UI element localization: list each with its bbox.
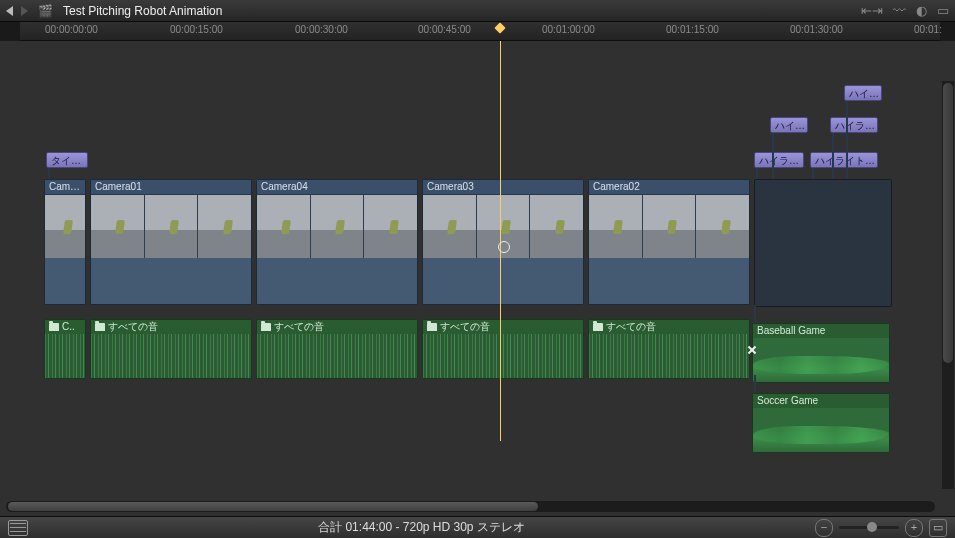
- clip-thumbnail: [530, 195, 583, 258]
- snapping-icon[interactable]: ⇤⇥: [861, 3, 883, 18]
- waveform: [91, 334, 251, 378]
- project-summary: 合計 01:44:00 - 720p HD 30p ステレオ: [38, 519, 805, 536]
- project-title: Test Pitching Robot Animation: [63, 4, 222, 18]
- toolbar-right: ⇤⇥ 〰 ◐ ▭: [861, 3, 949, 18]
- clip-footer: [91, 258, 251, 304]
- audio-clip-title: すべての音: [440, 320, 490, 334]
- clip-thumbnail: [643, 195, 697, 258]
- transition-icon[interactable]: [747, 345, 757, 355]
- clip-title: Cam…: [45, 180, 85, 195]
- video-clip[interactable]: Camera02: [588, 179, 750, 305]
- connection-line: [772, 133, 774, 179]
- audio-clip-title: すべての音: [606, 320, 656, 334]
- audio-clip-title: すべての音: [274, 320, 324, 334]
- playhead-indicator-icon: [498, 241, 510, 253]
- clapperboard-icon: 🎬: [38, 4, 53, 18]
- zoom-slider[interactable]: [839, 526, 899, 529]
- folder-icon: [427, 323, 437, 331]
- solo-icon[interactable]: ◐: [916, 3, 927, 18]
- clip-footer: [45, 258, 85, 304]
- clip-title: Camera01: [91, 180, 251, 195]
- vertical-scrollbar[interactable]: [942, 81, 954, 489]
- keyword-marker[interactable]: ハイ…: [844, 85, 882, 101]
- clip-footer: [423, 258, 583, 304]
- zoom-controls: − + ▭: [815, 519, 947, 537]
- connection-line: [846, 101, 848, 179]
- clip-footer: [589, 258, 749, 304]
- connection-line: [754, 375, 756, 393]
- ruler-tick: 00:01:15:00: [666, 24, 719, 35]
- clip-thumbnail: [145, 195, 199, 258]
- connected-audio-clip[interactable]: Baseball Game: [752, 323, 890, 383]
- clip-thumbnail: [589, 195, 643, 258]
- keyword-marker[interactable]: ハイライト…: [810, 152, 878, 168]
- zoom-in-button[interactable]: +: [905, 519, 923, 537]
- video-clip[interactable]: Camera01: [90, 179, 252, 305]
- keyword-marker[interactable]: ハイ…: [770, 117, 808, 133]
- ruler-tick: 00:00:45:00: [418, 24, 471, 35]
- audio-clip[interactable]: すべての音: [90, 319, 252, 379]
- audio-clip[interactable]: すべての音: [588, 319, 750, 379]
- history-nav: [6, 6, 28, 16]
- clip-thumbnail: [311, 195, 365, 258]
- connected-clip-placeholder[interactable]: [754, 179, 892, 307]
- timeline-viewport: タイ…ハイラ…ハイライト…ハイ…ハイラ…ハイ… Cam…Camera01Came…: [0, 41, 955, 519]
- clip-thumbnail: [364, 195, 417, 258]
- clip-thumbnail: [198, 195, 251, 258]
- connected-audio-clip[interactable]: Soccer Game: [752, 393, 890, 453]
- clip-thumbnail: [423, 195, 477, 258]
- audio-clip[interactable]: すべての音: [256, 319, 418, 379]
- connection-line: [832, 133, 834, 179]
- folder-icon: [593, 323, 603, 331]
- audio-skimming-icon[interactable]: 〰: [893, 3, 906, 18]
- horizontal-scroll-thumb[interactable]: [8, 502, 538, 511]
- ruler-tick: 00:00:30:00: [295, 24, 348, 35]
- keyword-marker[interactable]: タイ…: [46, 152, 88, 168]
- horizontal-scrollbar[interactable]: [6, 501, 935, 512]
- connection-line: [754, 305, 756, 323]
- forward-button[interactable]: [21, 6, 28, 16]
- clip-thumbnail: [91, 195, 145, 258]
- time-ruler[interactable]: 00:00:00:0000:00:15:0000:00:30:0000:00:4…: [20, 22, 940, 41]
- waveform: [589, 334, 749, 378]
- connection-line: [756, 168, 758, 179]
- ruler-tick: 00:01:: [914, 24, 942, 35]
- clip-thumbnail: [696, 195, 749, 258]
- zoom-slider-knob[interactable]: [867, 522, 877, 532]
- audio-clip[interactable]: すべての音: [422, 319, 584, 379]
- vertical-scroll-thumb[interactable]: [943, 83, 953, 363]
- video-clip[interactable]: Cam…: [44, 179, 86, 305]
- audio-clip-header: すべての音: [257, 320, 417, 335]
- audio-lane: C..すべての音すべての音すべての音すべての音: [44, 319, 754, 379]
- video-clip[interactable]: Camera04: [256, 179, 418, 305]
- timeline[interactable]: タイ…ハイラ…ハイライト…ハイ…ハイラ…ハイ… Cam…Camera01Came…: [20, 41, 940, 501]
- audio-clip-header: すべての音: [589, 320, 749, 335]
- zoom-out-button[interactable]: −: [815, 519, 833, 537]
- audio-clip-title: すべての音: [108, 320, 158, 334]
- playhead[interactable]: [494, 22, 506, 34]
- primary-storyline: Cam…Camera01Camera04Camera03Camera02: [44, 179, 754, 305]
- title-bar: 🎬 Test Pitching Robot Animation ⇤⇥ 〰 ◐ ▭: [0, 0, 955, 22]
- connection-line: [812, 168, 814, 179]
- folder-icon: [261, 323, 271, 331]
- ruler-tick: 00:00:00:00: [45, 24, 98, 35]
- audio-clip-title: Soccer Game: [753, 394, 889, 409]
- audio-clip-header: すべての音: [423, 320, 583, 335]
- keyword-marker[interactable]: ハイラ…: [830, 117, 878, 133]
- folder-icon: [95, 323, 105, 331]
- clip-title: Camera02: [589, 180, 749, 195]
- clip-title: Camera03: [423, 180, 583, 195]
- clip-title: Camera04: [257, 180, 417, 195]
- audio-clip[interactable]: C..: [44, 319, 86, 379]
- timeline-index-button[interactable]: [8, 520, 28, 536]
- audio-clip-title: Baseball Game: [753, 324, 889, 339]
- waveform: [257, 334, 417, 378]
- ruler-tick: 00:01:00:00: [542, 24, 595, 35]
- ruler-tick: 00:01:30:00: [790, 24, 843, 35]
- back-button[interactable]: [6, 6, 13, 16]
- clip-footer: [257, 258, 417, 304]
- waveform: [753, 408, 889, 452]
- keyword-marker[interactable]: ハイラ…: [754, 152, 804, 168]
- clip-appearance-button[interactable]: ▭: [929, 519, 947, 537]
- tool-icon[interactable]: ▭: [937, 3, 949, 18]
